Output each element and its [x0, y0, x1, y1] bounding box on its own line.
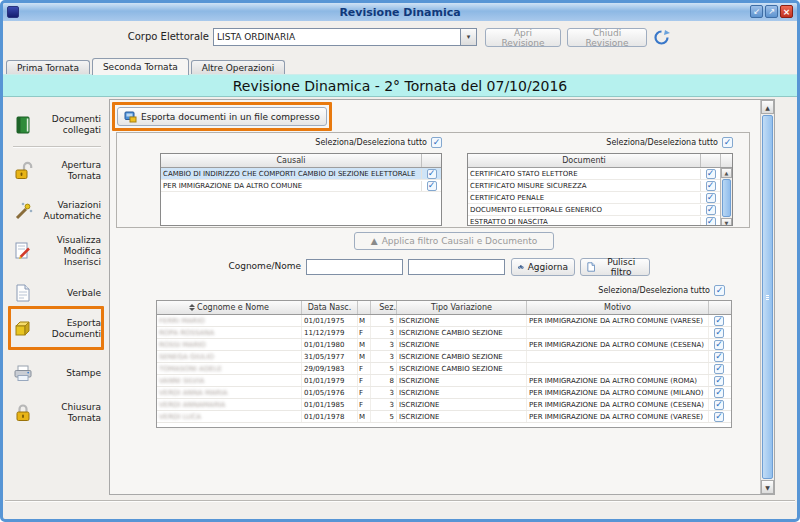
causale-checkbox[interactable]	[427, 169, 437, 179]
table-row[interactable]: VERDI ANNA MARIA 01/05/1976 F 3 ISCRIZIO…	[157, 387, 731, 399]
column-cognome-e-nome[interactable]: Cognome e Nome	[157, 301, 302, 314]
table-row[interactable]: VERDI LUCA 01/01/1978 M 5 ISCRIZIONE PER…	[157, 411, 731, 423]
open-padlock-icon	[11, 160, 35, 182]
variation-type: ISCRIZIONE	[397, 375, 527, 386]
chevron-down-icon[interactable]: ▾	[460, 29, 476, 45]
sidebar-item-apertura-tornata[interactable]: Apertura Tornata	[11, 153, 103, 189]
table-row[interactable]: TOMASONI ADELE 29/09/1983 F 5 ISCRIZIONE…	[157, 363, 731, 375]
scroll-up-icon[interactable]: ▲	[761, 100, 774, 114]
sidebar-item-esporta-documenti[interactable]: Esporta Documenti	[11, 311, 103, 347]
scroll-down-icon[interactable]: ▼	[721, 218, 732, 226]
row-checkbox[interactable]	[714, 316, 724, 326]
documenti-scrollbar[interactable]: ▲ ▼	[720, 168, 732, 226]
maximize-button[interactable]: ↗	[765, 5, 778, 18]
causali-row[interactable]: PER IMMIGRAZIONE DA ALTRO COMUNE	[161, 180, 441, 192]
causali-row[interactable]: CAMBIO DI INDIRIZZO CHE COMPORTI CAMBIO …	[161, 168, 441, 180]
section-number: 5	[371, 411, 397, 422]
variation-type: ISCRIZIONE	[397, 399, 527, 410]
table-row[interactable]: ROSSI MARIO 01/01/1980 M 3 ISCRIZIONE PE…	[157, 339, 731, 351]
sidebar-item-documenti-collegati[interactable]: Documenti collegati	[11, 107, 103, 143]
apri-revisione-button[interactable]: Apri Revisione	[485, 28, 561, 47]
corpo-elettorale-select[interactable]: LISTA ORDINARIA ▾	[213, 28, 477, 46]
page-title-banner: Revisione Dinamica - 2° Tornata del 07/1…	[3, 74, 797, 97]
tab-seconda-tornata[interactable]: Seconda Tornata	[92, 58, 189, 75]
sidebar-item-visualizza-modifica-inserisci[interactable]: Visualizza Modifica Inserisci	[11, 231, 103, 271]
row-checkbox[interactable]	[714, 412, 724, 422]
scrollbar-thumb[interactable]	[762, 115, 773, 479]
sex: F	[358, 387, 371, 398]
row-checkbox[interactable]	[714, 340, 724, 350]
table-row[interactable]: FERRI MARIO 01/01/1975 M 5 ISCRIZIONE PE…	[157, 315, 731, 327]
documento-checkbox[interactable]	[706, 169, 716, 179]
section-number: 5	[371, 315, 397, 326]
variation-type: ISCRIZIONE	[397, 315, 527, 326]
variation-type: ISCRIZIONE CAMBIO SEZIONE	[397, 363, 527, 374]
scrollbar-thumb[interactable]	[722, 179, 731, 217]
panel-scrollbar[interactable]: ▲ ▼	[760, 100, 774, 494]
column-motivo[interactable]: Motivo	[527, 301, 709, 314]
documento-row[interactable]: CERTIFICATO STATO ELETTORE	[468, 168, 720, 180]
compressed-file-icon	[124, 110, 137, 123]
table-row[interactable]: ROPA ROSSANA 11/12/1979 F 3 ISCRIZIONE C…	[157, 327, 731, 339]
reason: PER IMMIGRAZIONE DA ALTRO COMUNE (VARESE…	[527, 411, 709, 422]
tab-altre-operazioni[interactable]: Altre Operazioni	[191, 60, 286, 75]
birth-date: 01/01/1985	[302, 399, 358, 410]
table-row[interactable]: VANNI SILVIA 01/01/1979 F 8 ISCRIZIONE P…	[157, 375, 731, 387]
documento-row[interactable]: DOCUMENTO ELETTORALE GENERICO	[468, 204, 720, 216]
row-checkbox[interactable]	[714, 328, 724, 338]
blank-page-icon	[587, 261, 595, 273]
scroll-down-icon[interactable]: ▼	[761, 480, 774, 494]
documento-checkbox[interactable]	[706, 217, 716, 227]
row-checkbox[interactable]	[714, 400, 724, 410]
reason	[527, 363, 709, 374]
table-row[interactable]: VERDI ANNAMARIA 01/01/1985 F 3 ISCRIZION…	[157, 399, 731, 411]
causale-checkbox[interactable]	[427, 181, 437, 191]
documento-row[interactable]: ESTRATTO DI NASCITA	[468, 216, 720, 226]
refresh-icon[interactable]	[653, 29, 670, 46]
sidebar-item-stampe[interactable]: Stampe	[11, 355, 103, 391]
row-checkbox[interactable]	[714, 364, 724, 374]
section-number: 3	[371, 399, 397, 410]
table-row[interactable]: SENEGA GIULIO 31/05/1977 M 3 ISCRIZIONE …	[157, 351, 731, 363]
row-checkbox[interactable]	[714, 376, 724, 386]
person-name: VERDI LUCA	[159, 413, 201, 421]
documento-row[interactable]: CERTIFICATO MISURE SICUREZZA	[468, 180, 720, 192]
table-select-all-checkbox[interactable]	[714, 285, 725, 296]
section-number: 3	[371, 339, 397, 350]
section-number: 5	[371, 363, 397, 374]
reason: PER IMMIGRAZIONE DA ALTRO COMUNE (ROMA)	[527, 375, 709, 386]
birth-date: 29/09/1983	[302, 363, 358, 374]
cognome-input[interactable]	[306, 259, 403, 275]
row-checkbox[interactable]	[714, 352, 724, 362]
column-data-nasc[interactable]: Data Nasc.	[302, 301, 358, 314]
documenti-select-all-checkbox[interactable]	[722, 137, 733, 148]
documento-checkbox[interactable]	[706, 181, 716, 191]
chiudi-revisione-button[interactable]: Chiudi Revisione	[567, 28, 647, 47]
close-button[interactable]: ×	[780, 5, 793, 18]
applica-filtro-button[interactable]: ▲ Applica filtro Causali e Documento	[354, 232, 554, 250]
minimize-button[interactable]: ↙	[750, 5, 763, 18]
sidebar-divider	[13, 146, 101, 148]
person-name: ROSSI MARIO	[159, 341, 206, 349]
row-checkbox[interactable]	[714, 388, 724, 398]
column-sez[interactable]: Sez.	[371, 301, 397, 314]
person-name: VERDI ANNAMARIA	[159, 401, 225, 409]
sidebar-item-chiusura-tornata[interactable]: Chiusura Tornata	[11, 395, 103, 431]
scroll-up-icon[interactable]: ▲	[721, 168, 732, 178]
documento-checkbox[interactable]	[706, 205, 716, 215]
documento-checkbox[interactable]	[706, 193, 716, 203]
column-sesso[interactable]	[358, 301, 371, 314]
aggiorna-button[interactable]: Aggiorna	[511, 258, 575, 276]
export-zip-button[interactable]: Esporta documenti in un file compresso	[117, 107, 327, 126]
nome-input[interactable]	[408, 259, 505, 275]
documento-row[interactable]: CERTIFICATO PENALE	[468, 192, 720, 204]
birth-date: 31/05/1977	[302, 351, 358, 362]
reason: PER IMMIGRAZIONE DA ALTRO COMUNE (CESENA…	[527, 399, 709, 410]
sidebar-item-variazioni-automatiche[interactable]: Variazioni Automatiche	[11, 193, 103, 229]
window-title: Revisione Dinamica	[3, 6, 797, 19]
birth-date: 01/05/1976	[302, 387, 358, 398]
column-tipo-variazione[interactable]: Tipo Variazione	[397, 301, 527, 314]
tab-prima-tornata[interactable]: Prima Tornata	[6, 60, 90, 75]
causali-select-all-checkbox[interactable]	[431, 137, 442, 148]
pulisci-filtro-button[interactable]: Pulisci filtro	[580, 258, 650, 276]
